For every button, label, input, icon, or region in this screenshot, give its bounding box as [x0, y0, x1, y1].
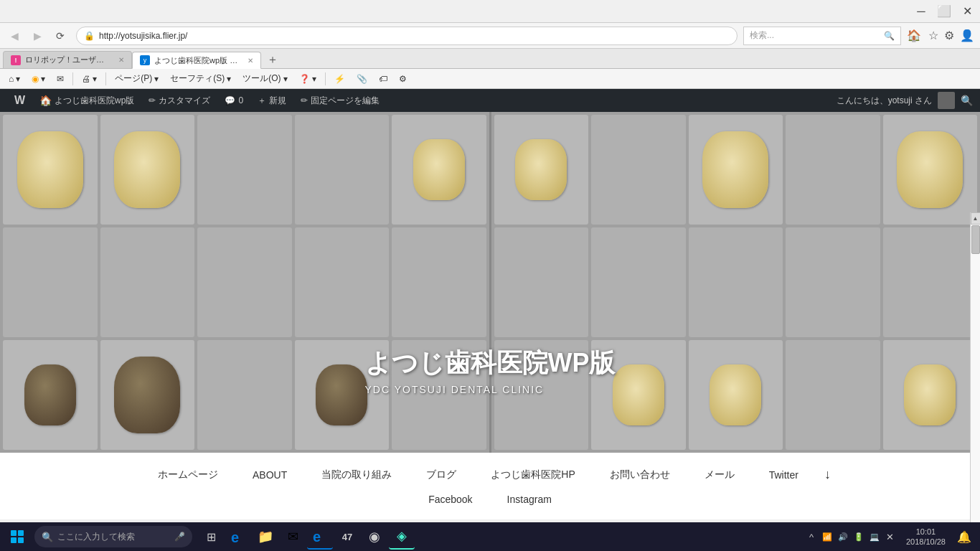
taskbar: 🔍 ここに入力して検索 🎤 ⊞ e 📁 ✉ e 47 ◉ ◈ ^ 📶 🔊 🔋 💻…: [0, 522, 980, 551]
tooth-slot: [197, 340, 292, 450]
nav-blog[interactable]: ブログ: [409, 463, 473, 487]
wp-customize[interactable]: ✏ カスタマイズ: [141, 89, 217, 112]
taskbar-task-view[interactable]: ⊞: [198, 524, 224, 550]
settings-icon[interactable]: ⚙: [943, 29, 956, 42]
nav-contact[interactable]: お問い合わせ: [593, 463, 687, 487]
start-button[interactable]: [3, 525, 32, 548]
cmd-print[interactable]: 🖨▾: [79, 72, 100, 85]
tab-close-yotsuji[interactable]: ✕: [248, 57, 253, 65]
tooth-slot: [883, 115, 978, 225]
wp-search-icon[interactable]: 🔍: [961, 95, 973, 106]
nav-clinic-hp[interactable]: よつじ歯科医院HP: [473, 463, 592, 487]
wp-comments[interactable]: 💬 0: [217, 89, 250, 112]
scroll-track[interactable]: [971, 225, 981, 551]
nav-instagram[interactable]: Instagram: [490, 488, 569, 511]
taskbar-right: ^ 📶 🔊 🔋 💻 ✕ 10:01 2018/10/28 🔔: [804, 527, 977, 547]
tab-favicon-yotsuji: y: [140, 55, 150, 65]
cmd-tools[interactable]: ツール(O)▾: [240, 71, 290, 86]
taskbar-edge[interactable]: e: [225, 524, 251, 550]
cmd-help[interactable]: ❓▾: [296, 72, 319, 85]
tray-update[interactable]: 💻: [867, 529, 882, 544]
wp-customize-icon: ✏: [149, 95, 156, 105]
cmd-home[interactable]: ⌂▾: [6, 72, 23, 85]
taskbar-file-explorer[interactable]: 📁: [253, 524, 278, 550]
star-icon[interactable]: ☆: [927, 29, 940, 42]
nav-twitter[interactable]: Twitter: [752, 463, 816, 486]
maximize-button[interactable]: ⬜: [937, 4, 951, 18]
nav-about[interactable]: ABOUT: [235, 463, 304, 486]
minimize-button[interactable]: ─: [914, 5, 928, 18]
hero-background: [0, 112, 980, 453]
search-bar[interactable]: 検索... 🔍: [743, 27, 901, 45]
tray-battery[interactable]: 🔋: [852, 529, 866, 544]
taskbar-search-box[interactable]: 🔍 ここに入力して検索 🎤: [34, 526, 192, 547]
tab-yotsuji[interactable]: y よつじ歯科医院wp版 – YDC Y... ✕: [132, 52, 261, 69]
scroll-up-arrow[interactable]: ▲: [971, 212, 981, 225]
wp-logo-item[interactable]: W: [7, 89, 32, 112]
scrollbar-right[interactable]: ▲ ▼: [970, 212, 980, 551]
tooth-slot: [689, 115, 783, 225]
wp-edit-page[interactable]: ✏ 固定ページを編集: [293, 89, 387, 112]
wp-greeting: こんにちは、yotsuji さん: [837, 95, 932, 107]
home-icon[interactable]: 🏠: [904, 29, 924, 42]
cmd-tag[interactable]: 🏷: [376, 72, 390, 85]
notification-button[interactable]: 🔔: [954, 527, 974, 547]
hero-panel-left: [0, 112, 489, 453]
taskbar-search-text: ここに入力して検索: [57, 531, 135, 543]
tray-network[interactable]: 📶: [820, 529, 834, 544]
cmd-paperclip[interactable]: 📎: [354, 72, 370, 85]
forward-button[interactable]: ▶: [27, 26, 47, 46]
wp-new[interactable]: ＋ 新規: [250, 89, 293, 112]
taskbar-mail[interactable]: ✉: [280, 524, 306, 550]
taskbar-app-extra1[interactable]: ◉: [362, 524, 387, 550]
taskbar-app47[interactable]: 47: [334, 524, 360, 550]
back-button[interactable]: ◀: [4, 26, 24, 46]
system-clock[interactable]: 10:01 2018/10/28: [900, 527, 951, 547]
address-bar[interactable]: 🔒 http://yotsujisika.flier.jp/: [76, 27, 738, 45]
cmd-safety[interactable]: セーフティ(S)▾: [167, 71, 234, 86]
tooth-slot: [689, 340, 783, 450]
clock-date: 2018/10/28: [906, 537, 946, 547]
tab-close-lollipop[interactable]: ✕: [118, 56, 124, 64]
scroll-thumb[interactable]: [971, 225, 980, 254]
tooth-slot: [100, 115, 195, 225]
nav-approach[interactable]: 当院の取り組み: [304, 463, 409, 487]
nav-home[interactable]: ホームページ: [141, 463, 235, 487]
wp-site-label: よつじ歯科医院wp版: [55, 95, 134, 107]
tooth-slot: [883, 227, 978, 337]
tooth-slot: [3, 340, 98, 450]
reload-button[interactable]: ⟳: [50, 26, 70, 46]
cmd-gear[interactable]: ⚙: [396, 72, 410, 85]
tooth-slot: [786, 227, 880, 337]
nav-mail[interactable]: メール: [687, 463, 752, 487]
tab-lollipop[interactable]: ! ロリポップ！ユーザー専用ページ－... ✕: [3, 51, 132, 68]
taskbar-icons: ⊞ e 📁 ✉ e 47 ◉ ◈: [198, 524, 415, 550]
tray-expand[interactable]: ^: [804, 529, 819, 544]
search-placeholder: 検索...: [750, 29, 881, 42]
new-tab-button[interactable]: ＋: [264, 51, 281, 68]
command-bar: ⌂▾ ◉▾ ✉ 🖨▾ ページ(P)▾ セーフティ(S)▾ ツール(O)▾ ❓▾ …: [0, 69, 980, 89]
wp-site-name[interactable]: 🏠 よつじ歯科医院wp版: [32, 89, 141, 112]
tooth-slot: [3, 115, 98, 225]
wp-comments-icon: 💬: [225, 95, 235, 105]
wp-new-label: 新規: [269, 95, 286, 107]
close-button[interactable]: ✕: [960, 4, 974, 18]
taskbar-ie[interactable]: e: [307, 524, 333, 550]
wp-avatar[interactable]: [938, 92, 955, 109]
hero-subtitle: YDC YOTSUJI DENTAL CLINIC: [365, 384, 616, 395]
tray-volume[interactable]: 🔊: [836, 529, 850, 544]
nav-row-2: Facebook Instagram: [411, 488, 569, 511]
user-icon[interactable]: 👤: [958, 29, 976, 42]
hero-section: よつじ歯科医院WP版 YDC YOTSUJI DENTAL CLINIC: [0, 112, 980, 453]
cmd-lightning[interactable]: ⚡: [331, 72, 348, 85]
hero-text: よつじ歯科医院WP版 YDC YOTSUJI DENTAL CLINIC: [365, 346, 616, 395]
tooth-slot: [883, 340, 978, 450]
tooth-slot: [100, 227, 195, 337]
nav-facebook[interactable]: Facebook: [411, 488, 489, 511]
tray-close[interactable]: ✕: [883, 529, 897, 544]
nav-expand-arrow[interactable]: ↓: [816, 461, 839, 488]
taskbar-app-extra2[interactable]: ◈: [389, 524, 415, 550]
cmd-page[interactable]: ページ(P)▾: [112, 71, 161, 86]
cmd-readmail[interactable]: ✉: [54, 72, 67, 85]
cmd-feeds[interactable]: ◉▾: [29, 72, 48, 85]
